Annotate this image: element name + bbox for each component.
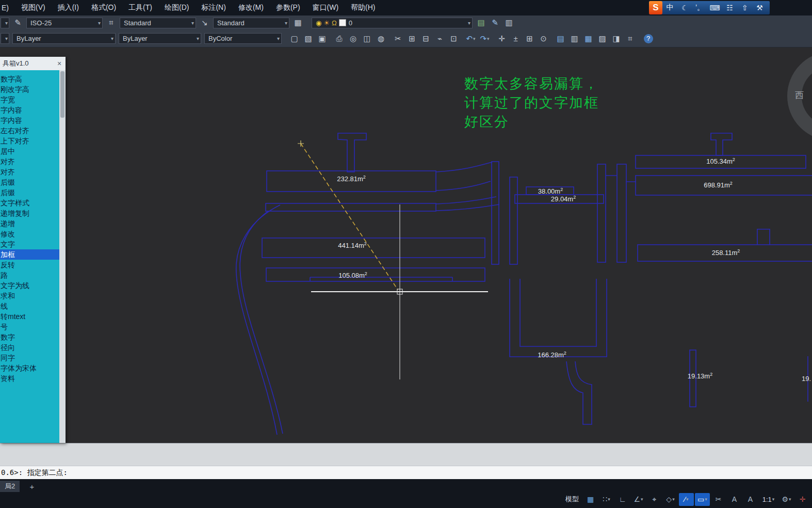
palette-item[interactable]: 居中: [0, 146, 59, 156]
handwriting-icon[interactable]: ☷: [722, 4, 737, 12]
palette-item[interactable]: 刚改字高: [0, 84, 59, 94]
zoom-previous-icon[interactable]: ⊙: [537, 32, 550, 45]
palette-item[interactable]: 号: [0, 322, 59, 332]
dynamic-input-icon[interactable]: ⌖: [647, 493, 662, 506]
annoscale-sync-icon[interactable]: A: [743, 493, 758, 506]
palette-item[interactable]: 反转: [0, 260, 59, 270]
menu-edit-partial[interactable]: E): [0, 0, 15, 15]
skin-icon[interactable]: ⇧: [737, 4, 752, 12]
wrench-icon[interactable]: ⚒: [752, 4, 767, 12]
menu-insert[interactable]: 插入(I): [52, 0, 85, 15]
palette-item[interactable]: 修改: [0, 229, 59, 239]
color-combo[interactable]: ByLayer▾: [12, 33, 116, 44]
compass-west-label[interactable]: 西: [795, 89, 804, 101]
textstyle-combo[interactable]: Standard▾: [120, 18, 196, 28]
left-combo-fragment[interactable]: ▾: [1, 33, 9, 44]
open-icon[interactable]: ▧: [302, 32, 315, 45]
model-space-button[interactable]: 模型: [562, 493, 582, 506]
redo-icon[interactable]: ↷▾: [478, 32, 491, 45]
palette-item[interactable]: 对齐: [0, 156, 59, 167]
palette-item[interactable]: 文字: [0, 239, 59, 249]
isolate-objects-icon[interactable]: ✂: [711, 493, 726, 506]
multileader-style-icon[interactable]: ↘: [198, 17, 211, 29]
style-edit-icon[interactable]: ✎: [11, 17, 24, 29]
punctuation-icon[interactable]: ’。: [692, 3, 707, 12]
palette-item[interactable]: 同字: [0, 353, 59, 363]
layer-properties-icon[interactable]: ▤: [475, 17, 488, 29]
menu-draw[interactable]: 绘图(D): [158, 0, 195, 15]
layer-states-icon[interactable]: ▥: [502, 17, 515, 29]
pan-icon[interactable]: ✛: [495, 32, 508, 45]
properties-palette-icon[interactable]: ▤: [554, 32, 567, 45]
match-properties-icon[interactable]: ⌁: [433, 32, 446, 45]
palette-item[interactable]: 左右对齐: [0, 125, 59, 136]
menu-view[interactable]: 视图(V): [15, 0, 52, 15]
designcenter-icon[interactable]: ▥: [568, 32, 581, 45]
zoom-window-icon[interactable]: ⊞: [523, 32, 536, 45]
infer-constraints-icon[interactable]: ∟: [615, 493, 630, 506]
layer-combo[interactable]: ◉☀Ω0▾: [312, 18, 473, 28]
dimstyle-manager-icon[interactable]: ⌗: [105, 17, 118, 29]
paste-icon[interactable]: ⊟: [419, 32, 432, 45]
grid-icon[interactable]: ▦: [583, 493, 598, 506]
chinese-mode-icon[interactable]: 中: [662, 3, 677, 12]
settings-gear-icon[interactable]: ⚙▾: [779, 493, 794, 506]
help-icon[interactable]: ?: [642, 32, 655, 45]
palette-item[interactable]: 求和: [0, 291, 59, 301]
sogou-logo[interactable]: S: [649, 1, 662, 14]
palette-item[interactable]: 递增复制: [0, 208, 59, 218]
layer-edit-icon[interactable]: ✎: [489, 17, 501, 29]
palette-item[interactable]: 后缀: [0, 187, 59, 198]
linetype-combo[interactable]: ByLayer▾: [119, 33, 201, 44]
osnap-icon[interactable]: ◇▾: [663, 493, 678, 506]
markup-icon[interactable]: ◨: [610, 32, 623, 45]
block-editor-icon[interactable]: ⊡: [447, 32, 460, 45]
palette-item[interactable]: 线: [0, 301, 59, 311]
cut-icon[interactable]: ✂: [392, 32, 404, 45]
menu-format[interactable]: 格式(O): [85, 0, 122, 15]
dimstyle-combo[interactable]: ISO-25▾: [26, 18, 103, 28]
save-icon[interactable]: ▣: [316, 32, 329, 45]
workspace-combo-fragment[interactable]: ▾: [1, 18, 9, 28]
annotation-scale-button[interactable]: 1:1▾: [759, 493, 778, 506]
palette-item[interactable]: 数字: [0, 332, 59, 342]
palette-titlebar[interactable]: 具箱v1.0 ×: [0, 57, 66, 70]
lineweight-display-icon[interactable]: ▭▾: [695, 493, 710, 506]
snap-icon[interactable]: ∷▾: [599, 493, 614, 506]
web-icon[interactable]: ◍: [375, 32, 387, 45]
lineweight-combo[interactable]: ByColor▾: [204, 33, 282, 44]
tablestyle-manager-icon[interactable]: ▦: [291, 17, 304, 29]
quickcalc-icon[interactable]: ⌗: [624, 32, 637, 45]
palette-item[interactable]: 上下对齐: [0, 136, 59, 146]
keyboard-icon[interactable]: ⌨: [707, 4, 722, 12]
annotation-visibility-icon[interactable]: A: [727, 493, 742, 506]
palette-item[interactable]: 字宽: [0, 94, 59, 105]
menu-dimension[interactable]: 标注(N): [195, 0, 232, 15]
palette-item[interactable]: 数字高: [0, 74, 59, 84]
new-file-icon[interactable]: ▢: [288, 32, 301, 45]
palette-item[interactable]: 路: [0, 270, 59, 280]
menu-tools[interactable]: 工具(T): [122, 0, 158, 15]
linetype-display-icon[interactable]: ∕▾: [679, 493, 694, 506]
command-input[interactable]: 0.6>: 指定第二点:: [0, 466, 812, 480]
layout-tab[interactable]: 局2: [0, 481, 20, 492]
palette-item[interactable]: 文字样式: [0, 198, 59, 208]
add-layout-button[interactable]: +: [27, 481, 37, 491]
sheetset-manager-icon[interactable]: ▨: [596, 32, 609, 45]
tool-palettes-icon[interactable]: ▦: [582, 32, 595, 45]
zoom-realtime-icon[interactable]: ±: [509, 32, 522, 45]
palette-item[interactable]: 资料: [0, 373, 59, 384]
menu-help[interactable]: 帮助(H): [345, 0, 381, 15]
palette-item[interactable]: 对齐: [0, 167, 59, 177]
plot-icon[interactable]: ⎙: [333, 32, 346, 45]
palette-item[interactable]: 文字为线: [0, 280, 59, 291]
menu-modify[interactable]: 修改(M): [232, 0, 270, 15]
tablestyle-combo[interactable]: Standard▾: [213, 18, 289, 28]
menu-parametric[interactable]: 参数(P): [270, 0, 306, 15]
palette-item[interactable]: 加框: [0, 249, 59, 260]
palette-scrollbar[interactable]: [59, 70, 66, 443]
clean-screen-icon[interactable]: ✛: [795, 493, 810, 506]
scrollbar-thumb[interactable]: [60, 71, 64, 118]
ortho-icon[interactable]: ∠▾: [631, 493, 646, 506]
undo-icon[interactable]: ↶▾: [464, 32, 477, 45]
